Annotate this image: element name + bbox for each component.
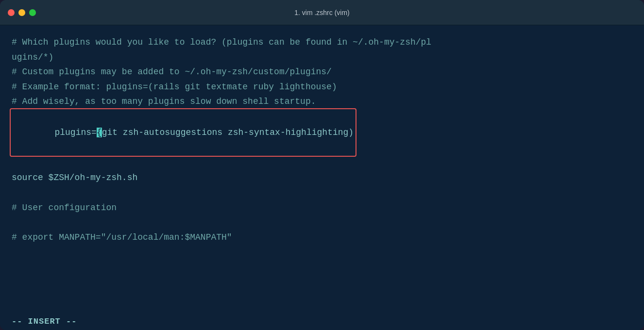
line-export: # export MANPATH="/usr/local/man:$MANPAT…: [12, 230, 632, 245]
line-1: # Which plugins would you like to load? …: [12, 35, 632, 50]
terminal-window: 1. vim .zshrc (vim) # Which plugins woul…: [0, 0, 644, 330]
empty-line-3: [12, 215, 632, 230]
line-user-config: # User configuration: [12, 200, 632, 215]
maximize-button[interactable]: [29, 9, 36, 16]
line-4: # Example format: plugins=(rails git tex…: [12, 80, 632, 95]
editor-content[interactable]: # Which plugins would you like to load? …: [0, 25, 644, 313]
empty-line-2: [12, 185, 632, 200]
line-3: # Custom plugins may be added to ~/.oh-m…: [12, 65, 632, 80]
plugins-close: ): [348, 128, 354, 137]
plugins-prefix: plugins=: [54, 128, 96, 137]
insert-mode-indicator: -- INSERT --: [12, 317, 77, 326]
title-bar: 1. vim .zshrc (vim): [0, 0, 644, 25]
traffic-lights: [8, 9, 36, 16]
empty-line-1: [12, 156, 632, 171]
close-button[interactable]: [8, 9, 15, 16]
line-5: # Add wisely, as too many plugins slow d…: [12, 94, 632, 109]
line-2: ugins/*): [12, 50, 632, 65]
minimize-button[interactable]: [18, 9, 25, 16]
line-source: source $ZSH/oh-my-zsh.sh: [12, 170, 632, 185]
plugins-highlight-box: plugins={git zsh-autosuggestions zsh-syn…: [10, 108, 356, 157]
plugins-content: git zsh-autosuggestions zsh-syntax-highl…: [102, 128, 349, 137]
status-bar: -- INSERT --: [0, 313, 644, 330]
window-title: 1. vim .zshrc (vim): [294, 9, 350, 16]
plugins-line: plugins={git zsh-autosuggestions zsh-syn…: [12, 109, 632, 156]
cursor: {: [97, 128, 102, 137]
